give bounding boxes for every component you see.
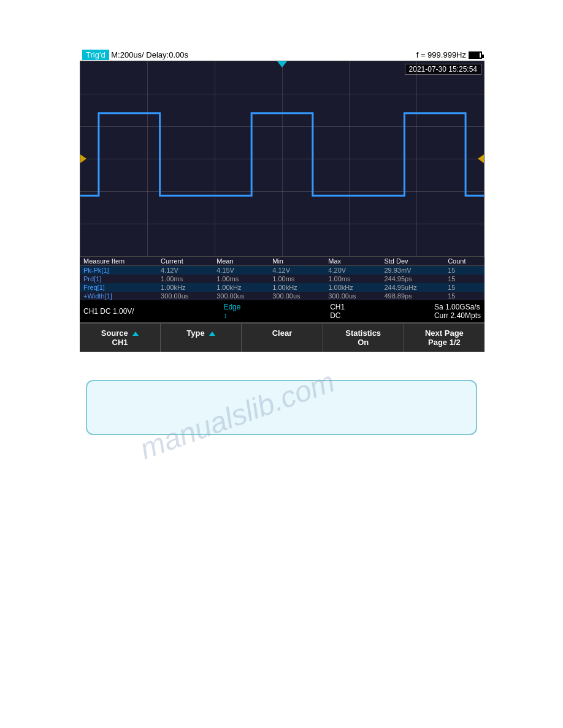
table-row: Pk-Pk[1]4.12V4.15V4.12V4.20V29.93mV15 [80, 266, 484, 275]
waveform-svg [80, 61, 484, 257]
col-header-max: Max [324, 257, 380, 266]
button-bar: Source CH1 Type Clear Statistics On Next… [80, 322, 484, 352]
scope-header: Trig'd M:200us/ Delay:0.00s f = 999.999H… [80, 49, 484, 61]
status-sample-rate: Sa 1.00GSa/s Curr 2.40Mpts [434, 303, 481, 320]
col-header-stddev: Std Dev [380, 257, 444, 266]
trigger-edge-label: Edge [223, 303, 240, 311]
measure-table: Measure Item Current Mean Min Max Std De… [80, 257, 484, 300]
table-row: Freq[1]1.00kHz1.00kHz1.00kHz1.00kHz244.9… [80, 283, 484, 292]
col-header-min: Min [269, 257, 324, 266]
battery-icon [469, 51, 482, 59]
clear-button[interactable]: Clear [242, 324, 323, 352]
statistics-button[interactable]: Statistics On [323, 324, 404, 352]
table-row: +Width[1]300.00us300.00us300.00us300.00u… [80, 292, 484, 300]
oscilloscope-container: Trig'd M:200us/ Delay:0.00s f = 999.999H… [80, 49, 484, 355]
status-bar: CH1 DC 1.00V/ Edge ↕ CH1 DC Sa 1.00GSa/s… [80, 300, 484, 322]
trig-label: Trig'd [82, 50, 109, 60]
trig-info: Trig'd M:200us/ Delay:0.00s [82, 50, 188, 59]
col-header-current: Current [157, 257, 213, 266]
scope-screen: 2021-07-30 15:25:54 [80, 61, 484, 257]
note-box [86, 380, 477, 435]
timebase-delay: M:200us/ Delay:0.00s [111, 50, 188, 59]
source-button[interactable]: Source CH1 [80, 324, 161, 352]
freq-info: f = 999.999Hz [416, 50, 482, 59]
col-header-mean: Mean [213, 257, 269, 266]
source-arrow-icon [132, 332, 139, 336]
type-button[interactable]: Type [161, 324, 242, 352]
freq-value: f = 999.999Hz [416, 50, 466, 59]
trigger-edge-symbol: ↕ [223, 311, 227, 320]
col-header-item: Measure Item [80, 257, 157, 266]
type-arrow-icon [209, 332, 215, 336]
next-page-button[interactable]: Next Page Page 1/2 [404, 324, 484, 352]
col-header-count: Count [444, 257, 484, 266]
status-ch-coupling: CH1 DC [330, 303, 345, 320]
status-ch-info: CH1 DC 1.00V/ [83, 307, 134, 316]
status-trigger-type: Edge ↕ [223, 303, 240, 320]
table-row: Prd[1]1.00ms1.00ms1.00ms1.00ms244.95ps15 [80, 275, 484, 283]
